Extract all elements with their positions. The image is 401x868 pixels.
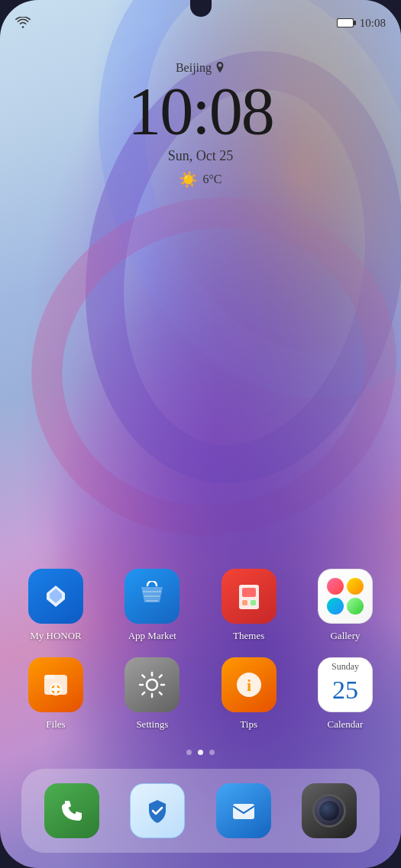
calendar-day: Sunday <box>319 658 372 674</box>
mail-icon <box>216 783 271 838</box>
camera-lens <box>312 794 346 828</box>
calendar-label: Calendar <box>328 718 364 731</box>
location-row: Beijing <box>176 61 225 75</box>
app-market-icon <box>125 569 179 624</box>
files-icon <box>28 657 83 712</box>
files-label: Files <box>46 718 65 731</box>
camera-lens-inner <box>319 801 339 821</box>
gallery-icon <box>318 569 373 624</box>
status-left <box>15 17 31 29</box>
phone-frame: 10:08 Beijing 10:08 Sun, Oct 25 ☀️ 6°C <box>0 0 401 868</box>
dock-camera[interactable] <box>302 783 357 838</box>
phone-icon <box>44 783 99 838</box>
dock-phone[interactable] <box>44 783 99 838</box>
svg-rect-9 <box>354 21 356 25</box>
app-gallery[interactable]: Gallery <box>311 569 380 642</box>
app-market-label: App Market <box>128 630 176 642</box>
calendar-icon: Sunday 25 <box>318 657 373 712</box>
svg-rect-18 <box>51 688 60 691</box>
themes-icon <box>222 569 276 624</box>
calendar-date: 25 <box>319 674 372 705</box>
page-dot-0[interactable] <box>186 750 192 755</box>
location-text: Beijing <box>176 61 212 75</box>
app-app-market[interactable]: App Market <box>118 569 186 642</box>
settings-icon <box>125 657 179 712</box>
app-settings[interactable]: Settings <box>118 657 186 731</box>
app-row-1: My HONOR App Market <box>21 569 380 642</box>
app-tips[interactable]: i Tips <box>215 657 283 731</box>
svg-rect-8 <box>338 19 353 27</box>
tips-icon: i <box>222 657 276 712</box>
tips-label: Tips <box>240 718 257 731</box>
date-display: Sun, Oct 25 <box>168 148 234 164</box>
app-grid: My HONOR App Market <box>0 569 401 746</box>
clock-area: Beijing 10:08 Sun, Oct 25 ☀️ 6°C <box>0 61 401 189</box>
my-honor-label: My HONOR <box>30 630 82 642</box>
gallery-label: Gallery <box>330 630 360 642</box>
location-pin-icon <box>215 62 225 74</box>
wifi-icon <box>15 17 31 29</box>
app-row-2: Files Settings i Tips <box>21 657 380 731</box>
app-my-honor[interactable]: My HONOR <box>21 569 90 642</box>
main-clock: 10:08 <box>128 78 273 145</box>
svg-point-19 <box>147 679 157 690</box>
svg-rect-22 <box>233 804 254 819</box>
svg-rect-12 <box>242 600 247 605</box>
settings-label: Settings <box>136 718 168 731</box>
status-right: 10:08 <box>337 17 386 30</box>
camera-icon <box>302 783 357 838</box>
dock <box>21 769 380 853</box>
status-time: 10:08 <box>360 17 386 30</box>
themes-label: Themes <box>233 630 264 642</box>
svg-rect-13 <box>251 600 256 605</box>
app-calendar[interactable]: Sunday 25 Calendar <box>311 657 380 731</box>
app-themes[interactable]: Themes <box>215 569 283 642</box>
page-dot-2[interactable] <box>209 750 215 755</box>
app-files[interactable]: Files <box>21 657 90 731</box>
my-honor-icon <box>28 569 83 624</box>
battery-icon <box>337 18 357 28</box>
temperature: 6°C <box>202 173 222 186</box>
page-dots <box>0 750 401 755</box>
weather-row: ☀️ 6°C <box>179 170 222 189</box>
dock-mail[interactable] <box>216 783 271 838</box>
svg-rect-15 <box>44 675 55 679</box>
svg-rect-11 <box>242 588 256 597</box>
weather-icon: ☀️ <box>179 170 198 189</box>
page-dot-1[interactable] <box>198 750 203 755</box>
dock-security[interactable] <box>130 783 185 838</box>
svg-text:i: i <box>247 676 251 695</box>
security-icon <box>130 783 185 838</box>
